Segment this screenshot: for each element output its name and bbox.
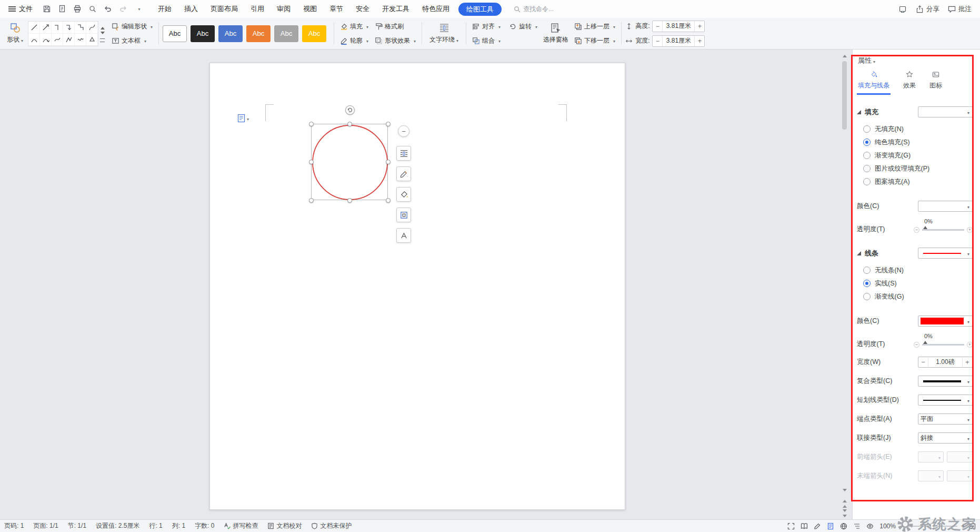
shape-style-preset-2[interactable]: Abc <box>191 25 215 42</box>
send-backward-button[interactable]: 下移一层 <box>572 34 617 47</box>
share-button[interactable]: 分享 <box>916 5 939 14</box>
width-increase-button[interactable] <box>695 36 704 46</box>
scroll-down-button[interactable] <box>841 487 848 495</box>
print-preview-icon[interactable] <box>88 4 97 14</box>
transparency-decrease-button[interactable] <box>914 227 919 233</box>
gallery-scroll-up-icon[interactable] <box>101 25 105 29</box>
redo-icon[interactable] <box>118 4 128 14</box>
shape-elbow-connector-icon[interactable] <box>52 22 63 34</box>
fill-option-picture-texture-fill[interactable]: 图片或纹理填充(P) <box>863 164 973 173</box>
text-wrap-button[interactable]: 文字环绕 <box>426 22 462 45</box>
export-icon[interactable] <box>57 4 67 14</box>
customize-toolbar-icon[interactable] <box>134 4 143 14</box>
scrollbar-thumb[interactable] <box>842 61 847 130</box>
transparency-decrease-button[interactable] <box>914 342 919 348</box>
tab-insert[interactable]: 插入 <box>178 0 204 18</box>
tab-page-layout[interactable]: 页面布局 <box>204 0 244 18</box>
resize-handle-top-right[interactable] <box>386 122 391 126</box>
shape-style-preset-1[interactable]: Abc <box>163 25 187 42</box>
line-transparency-slider[interactable]: 0% <box>914 340 973 349</box>
compound-type-dropdown[interactable] <box>918 376 973 387</box>
panel-header[interactable]: 属性 <box>853 50 980 65</box>
previous-page-button[interactable] <box>841 498 848 507</box>
line-preview-dropdown[interactable] <box>918 248 973 259</box>
line-width-value[interactable]: 1.00磅 <box>928 357 963 367</box>
cap-type-dropdown[interactable]: 平面 <box>918 413 973 425</box>
shape-s-curve-icon[interactable] <box>52 34 63 46</box>
ink-mode-button[interactable] <box>814 523 821 530</box>
spell-check-button[interactable]: 拼写检查 <box>224 521 258 530</box>
rotate-button[interactable]: 旋转 <box>507 20 539 33</box>
fill-option-gradient-fill[interactable]: 渐变填充(G) <box>863 151 973 160</box>
begin-arrow-size-dropdown[interactable] <box>947 451 973 462</box>
group-button[interactable]: 组合 <box>470 34 539 47</box>
fill-option-solid-fill[interactable]: 纯色填充(S) <box>863 137 973 147</box>
collapse-triangle-icon[interactable] <box>857 251 861 255</box>
read-mode-button[interactable] <box>801 523 808 530</box>
selected-circle-shape[interactable] <box>312 124 388 201</box>
status-word-count[interactable]: 字数: 0 <box>195 521 214 530</box>
transparency-increase-button[interactable] <box>967 342 973 348</box>
fill-preview-dropdown[interactable] <box>918 106 973 117</box>
outline-button[interactable]: 轮廓 <box>338 34 371 47</box>
resize-handle-bottom-right[interactable] <box>386 198 391 203</box>
document-protection-button[interactable]: 文档未保护 <box>311 521 352 530</box>
save-icon[interactable] <box>42 4 52 14</box>
resize-handle-right[interactable] <box>386 160 391 164</box>
tab-references[interactable]: 引用 <box>244 0 271 18</box>
page-settings-icon[interactable] <box>237 114 249 123</box>
resize-handle-top-left[interactable] <box>309 122 314 126</box>
fill-transparency-slider[interactable]: 0% <box>914 225 973 234</box>
undo-icon[interactable] <box>103 4 113 14</box>
tab-section[interactable]: 章节 <box>323 0 349 18</box>
shapes-button[interactable]: 形状 <box>3 22 27 45</box>
fill-color-dropdown[interactable] <box>918 201 973 212</box>
shape-elbow-arrow-icon[interactable] <box>63 22 75 34</box>
command-search[interactable]: 查找命令... <box>514 5 554 14</box>
collapse-triangle-icon[interactable] <box>857 110 861 114</box>
shape-freeform-icon[interactable] <box>63 34 75 46</box>
end-arrow-size-dropdown[interactable] <box>947 470 973 481</box>
vertical-scrollbar[interactable] <box>841 51 848 518</box>
align-button[interactable]: 对齐 <box>470 20 503 33</box>
collapse-quick-toolbar-button[interactable] <box>398 125 409 137</box>
gallery-more-icon[interactable] <box>100 38 105 42</box>
bring-forward-button[interactable]: 上移一层 <box>572 20 617 33</box>
line-option-solid-line[interactable]: 实线(S) <box>863 279 973 288</box>
web-view-button[interactable] <box>840 523 847 530</box>
tab-view[interactable]: 视图 <box>297 0 323 18</box>
slider-thumb[interactable] <box>923 341 927 344</box>
eye-protection-button[interactable] <box>866 523 874 530</box>
resize-handle-left[interactable] <box>309 160 314 164</box>
edit-shape-button[interactable]: 编辑形状 <box>109 20 155 33</box>
width-decrease-button[interactable] <box>918 357 928 367</box>
height-increase-button[interactable] <box>695 21 704 32</box>
shape-style-preset-3[interactable]: Abc <box>218 25 243 42</box>
shape-line-icon[interactable] <box>28 22 40 34</box>
panel-tab-fill-and-line[interactable]: 填充与线条 <box>857 71 891 95</box>
comment-button[interactable]: 批注 <box>948 5 972 14</box>
resize-handle-bottom-left[interactable] <box>309 198 314 203</box>
fill-button[interactable]: 填充 <box>338 20 371 33</box>
fill-option-no-fill[interactable]: 无填充(N) <box>863 124 973 134</box>
resize-handle-top[interactable] <box>347 122 352 126</box>
panel-tab-icon[interactable]: 图标 <box>928 71 943 95</box>
line-width-stepper[interactable]: 1.00磅 <box>918 357 973 368</box>
page-view-button[interactable] <box>827 523 834 530</box>
zoom-level[interactable]: 100% <box>879 523 896 530</box>
shape-double-elbow-icon[interactable] <box>75 22 86 34</box>
selection-pane-button[interactable]: 选择窗格 <box>539 22 572 45</box>
wrap-options-button[interactable] <box>396 146 411 161</box>
dash-type-dropdown[interactable] <box>918 395 973 406</box>
document-page[interactable] <box>209 63 625 510</box>
text-options-button[interactable] <box>396 228 411 243</box>
height-decrease-button[interactable] <box>653 21 662 32</box>
shape-curved-connector-icon[interactable] <box>28 34 40 46</box>
shape-style-preset-4[interactable]: Abc <box>246 25 271 42</box>
width-value[interactable]: 3.81厘米 <box>662 36 695 46</box>
outline-view-button[interactable] <box>853 523 861 530</box>
shape-effects-button[interactable]: 形状效果 <box>373 34 418 47</box>
slider-thumb[interactable] <box>923 226 927 229</box>
shape-style-preset-6[interactable]: Abc <box>302 25 326 42</box>
next-page-button[interactable] <box>841 510 848 518</box>
